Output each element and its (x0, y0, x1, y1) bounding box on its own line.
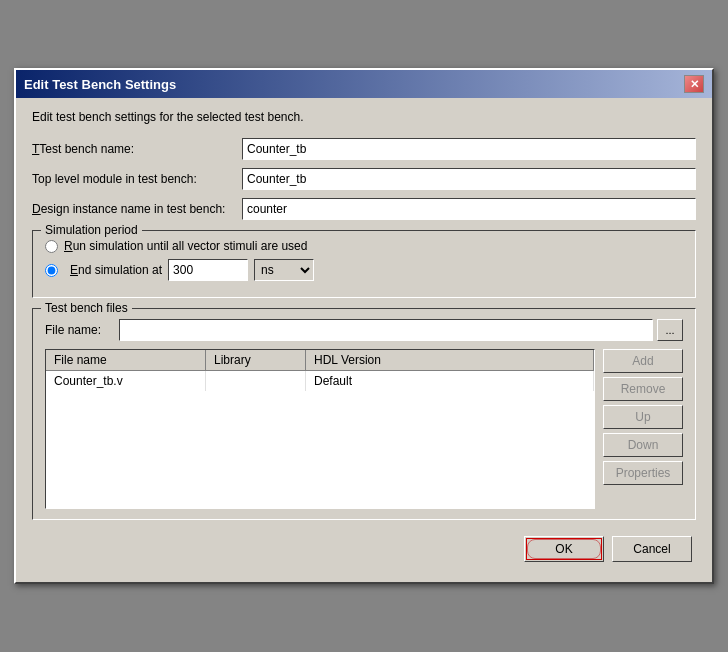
design-instance-row: Design instance name in test bench: (32, 198, 696, 220)
remove-button[interactable]: Remove (603, 377, 683, 401)
testbench-name-input[interactable] (242, 138, 696, 160)
col-header-library: Library (206, 350, 306, 370)
design-instance-input[interactable] (242, 198, 696, 220)
testbench-name-label: TTest bench name: (32, 142, 242, 156)
sim-unit-select[interactable]: ns us ms ps (254, 259, 314, 281)
cell-hdlversion: Default (306, 371, 594, 391)
simulation-group-label: Simulation period (41, 223, 142, 237)
title-bar: Edit Test Bench Settings ✕ (16, 70, 712, 98)
cell-filename: Counter_tb.v (46, 371, 206, 391)
sim-value-input[interactable] (168, 259, 248, 281)
top-module-row: Top level module in test bench: (32, 168, 696, 190)
sim-radio1-label: Run simulation until all vector stimuli … (64, 239, 307, 253)
simulation-group: Simulation period Run simulation until a… (32, 230, 696, 298)
col-header-filename: File name (46, 350, 206, 370)
file-table: File name Library HDL Version Counter_tb… (45, 349, 595, 509)
file-name-row: File name: ... (45, 319, 683, 341)
sim-radio2[interactable] (45, 264, 58, 277)
top-module-label: Top level module in test bench: (32, 172, 242, 186)
file-table-container: File name Library HDL Version Counter_tb… (45, 349, 683, 509)
sim-radio2-label: End simulation at (70, 263, 162, 277)
testbench-name-row: TTest bench name: (32, 138, 696, 160)
table-row[interactable]: Counter_tb.v Default (46, 371, 594, 391)
dialog-body: Edit test bench settings for the selecte… (16, 98, 712, 582)
files-group-label: Test bench files (41, 301, 132, 315)
close-button[interactable]: ✕ (684, 75, 704, 93)
design-instance-label: Design instance name in test bench: (32, 202, 242, 216)
file-name-label: File name: (45, 323, 115, 337)
col-header-hdlversion: HDL Version (306, 350, 594, 370)
down-button[interactable]: Down (603, 433, 683, 457)
file-name-input[interactable] (119, 319, 653, 341)
add-button[interactable]: Add (603, 349, 683, 373)
ok-button[interactable]: OK (524, 536, 604, 562)
edit-testbench-dialog: Edit Test Bench Settings ✕ Edit test ben… (14, 68, 714, 584)
top-module-input[interactable] (242, 168, 696, 190)
file-table-header: File name Library HDL Version (46, 350, 594, 371)
cancel-button[interactable]: Cancel (612, 536, 692, 562)
cell-library (206, 371, 306, 391)
sim-radio2-row: End simulation at ns us ms ps (45, 259, 683, 281)
files-group: Test bench files File name: ... File nam… (32, 308, 696, 520)
description-text: Edit test bench settings for the selecte… (32, 110, 696, 124)
browse-button[interactable]: ... (657, 319, 683, 341)
bottom-buttons: OK Cancel (32, 528, 696, 570)
properties-button[interactable]: Properties (603, 461, 683, 485)
dialog-title: Edit Test Bench Settings (24, 77, 176, 92)
sim-radio1[interactable] (45, 240, 58, 253)
side-buttons: Add Remove Up Down Properties (603, 349, 683, 509)
sim-radio1-row: Run simulation until all vector stimuli … (45, 239, 683, 253)
up-button[interactable]: Up (603, 405, 683, 429)
